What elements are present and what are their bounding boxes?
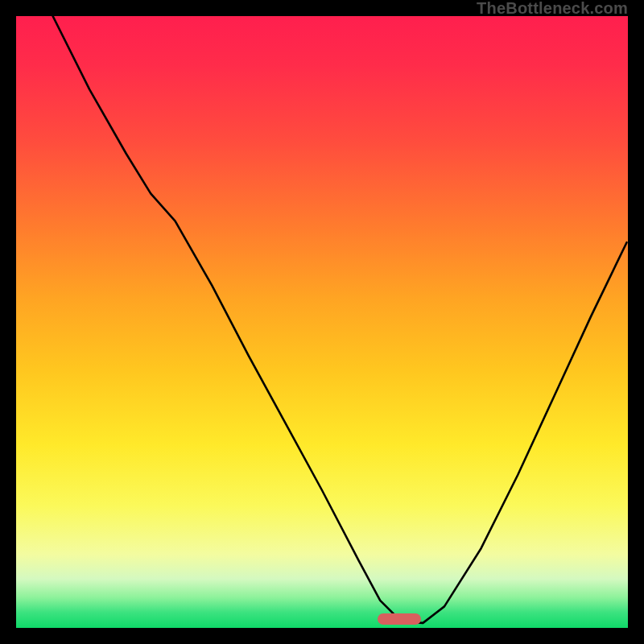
- bottleneck-marker: [378, 613, 421, 625]
- watermark-text: TheBottleneck.com: [477, 0, 628, 18]
- plot-area: [16, 16, 628, 628]
- outer-frame: TheBottleneck.com: [0, 0, 644, 644]
